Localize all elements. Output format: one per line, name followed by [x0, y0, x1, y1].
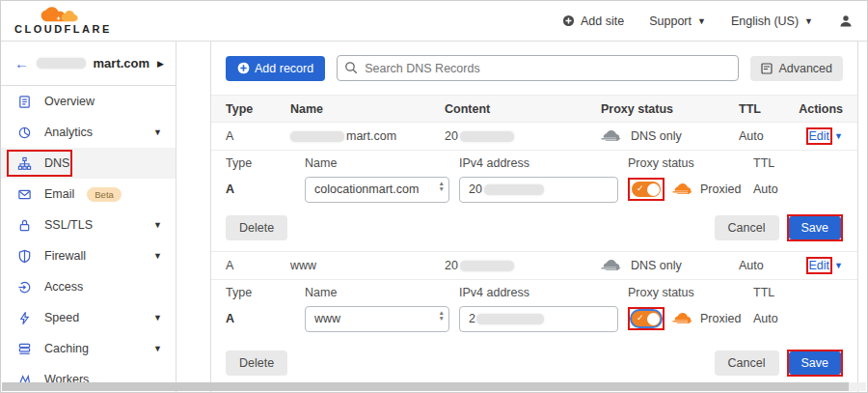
chevron-down-icon: ▼ — [153, 127, 162, 137]
toggle-knob — [647, 183, 660, 196]
check-icon: ✓ — [637, 313, 644, 323]
add-record-button[interactable]: Add record — [226, 56, 325, 81]
header-actions: Actions — [799, 102, 843, 116]
sidebar-item-speed[interactable]: Speed ▼ — [1, 302, 176, 333]
ipv4-label: IPv4 address — [459, 286, 628, 301]
dns-record-row: A www 20 DNS only Auto Edit ▼ — [211, 252, 857, 280]
record-content: 20 — [445, 129, 601, 143]
name-input[interactable] — [305, 177, 449, 203]
sidebar-item-label: Firewall — [44, 249, 86, 263]
sidebar-item-overview[interactable]: Overview — [1, 86, 176, 117]
bolt-icon — [16, 310, 32, 325]
dns-only-cloud-icon — [601, 259, 622, 272]
ipv4-input-wrapper — [459, 177, 618, 203]
user-account-button[interactable] — [838, 14, 854, 29]
advanced-button[interactable]: Advanced — [750, 56, 843, 81]
type-value: A — [226, 312, 305, 325]
sidebar-item-label: Analytics — [44, 126, 93, 139]
plus-circle-icon — [562, 14, 575, 27]
header-content: Content — [445, 102, 601, 116]
record-actions: Edit ▼ — [806, 257, 843, 274]
sidebar-item-label: Speed — [44, 311, 79, 324]
stepper-arrows-icon[interactable]: ▲▼ — [439, 181, 445, 193]
form-footer: Delete Cancel Save — [211, 350, 857, 377]
cancel-button[interactable]: Cancel — [715, 215, 779, 240]
record-ttl: Auto — [739, 259, 792, 272]
edit-annotation-box: Edit — [806, 257, 833, 274]
proxied-cloud-icon — [672, 312, 693, 325]
edit-button[interactable]: Edit — [809, 129, 830, 143]
user-icon — [838, 14, 854, 29]
name-input[interactable] — [305, 306, 449, 332]
record-type: A — [226, 259, 290, 272]
sidebar-item-email[interactable]: Email Beta — [1, 179, 176, 210]
sidebar: ← mart.com ▶ Overview Analytics ▼ — [1, 42, 176, 393]
chevron-down-icon[interactable]: ▼ — [834, 261, 843, 270]
beta-badge: Beta — [87, 187, 122, 202]
shield-icon — [16, 248, 32, 264]
ttl-label: TTL — [753, 156, 843, 172]
stack-icon — [16, 341, 32, 356]
support-label: Support — [649, 14, 692, 28]
proxy-status-label: Proxy status — [628, 286, 753, 301]
chevron-down-icon[interactable]: ▼ — [834, 131, 843, 141]
chevron-right-icon[interactable]: ▶ — [157, 59, 164, 69]
redacted-ipv4 — [484, 184, 544, 195]
save-button[interactable]: Save — [789, 351, 842, 375]
sidebar-item-label: Overview — [44, 95, 95, 108]
proxy-toggle[interactable]: ✓ — [632, 182, 661, 197]
type-value: A — [226, 182, 305, 196]
redacted-content — [460, 131, 514, 142]
toggle-annotation-box: ✓ — [628, 307, 665, 330]
stepper-arrows-icon[interactable]: ▲▼ — [439, 310, 445, 323]
language-menu[interactable]: English (US) ▼ — [731, 14, 813, 28]
delete-button[interactable]: Delete — [226, 215, 287, 240]
email-icon — [16, 186, 32, 202]
name-label: Name — [305, 286, 459, 301]
main-region: ← mart.com ▶ Overview Analytics ▼ — [1, 42, 867, 393]
sidebar-item-analytics[interactable]: Analytics ▼ — [1, 117, 176, 148]
chevron-down-icon: ▼ — [153, 313, 162, 323]
language-label: English (US) — [731, 14, 799, 28]
redacted-ipv4 — [476, 314, 544, 324]
back-arrow-icon[interactable]: ← — [14, 55, 29, 71]
toggle-annotation-box: ✓ — [628, 178, 665, 201]
overview-icon — [16, 94, 32, 109]
edit-annotation-box: Edit — [806, 127, 833, 145]
add-site-button[interactable]: Add site — [562, 14, 624, 28]
plus-circle-icon — [237, 62, 250, 74]
form-footer: Delete Cancel Save — [211, 214, 857, 241]
cloudflare-logo[interactable]: CLOUDFLARE — [14, 7, 112, 35]
save-button[interactable]: Save — [789, 216, 842, 239]
scrollbar-thumb[interactable] — [2, 382, 849, 391]
toggle-knob — [647, 313, 660, 325]
sidebar-item-firewall[interactable]: Firewall ▼ — [1, 240, 176, 271]
right-edge-strip — [858, 42, 867, 393]
support-menu[interactable]: Support ▼ — [649, 14, 706, 28]
cancel-button[interactable]: Cancel — [715, 351, 779, 376]
redacted-content — [460, 261, 514, 271]
chevron-down-icon: ▼ — [153, 220, 162, 230]
sidebar-item-label: SSL/TLS — [44, 218, 93, 232]
sidebar-item-dns[interactable]: DNS — [1, 148, 176, 179]
save-annotation-box: Save — [787, 350, 844, 377]
delete-button[interactable]: Delete — [226, 351, 287, 376]
horizontal-scrollbar[interactable] — [2, 382, 866, 391]
search-dns-input[interactable] — [337, 55, 739, 81]
header-proxy-status: Proxy status — [601, 102, 739, 116]
check-icon: ✓ — [637, 183, 644, 193]
add-record-label: Add record — [255, 62, 313, 75]
sidebar-item-ssl-tls[interactable]: SSL/TLS ▼ — [1, 210, 176, 240]
proxy-toggle[interactable]: ✓ — [632, 311, 661, 326]
record-name: www — [290, 259, 445, 272]
edit-button[interactable]: Edit — [809, 259, 830, 272]
domain-header: ← mart.com ▶ — [1, 42, 176, 86]
header-name: Name — [290, 102, 445, 116]
dns-toolbar: Add record Advanced — [211, 42, 857, 95]
name-input-wrapper: ▲▼ — [305, 177, 449, 203]
form-values-row: A ▲▼ ✓ — [211, 305, 857, 332]
name-label: Name — [305, 156, 459, 172]
sidebar-item-caching[interactable]: Caching ▼ — [1, 333, 176, 364]
record-actions: Edit ▼ — [806, 127, 843, 145]
sidebar-item-access[interactable]: Access — [1, 271, 176, 302]
